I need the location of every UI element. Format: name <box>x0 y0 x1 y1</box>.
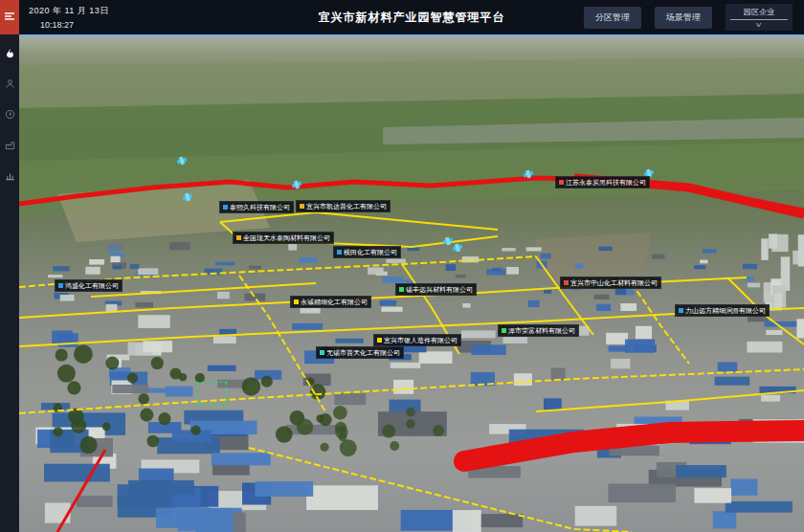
enterprise-marker-icon <box>58 283 63 288</box>
map-viewport[interactable]: 泰熙久科技有限公司宜兴市凯达普化工有限公司全国现天水泰陶材料有限公司横田化工有限… <box>19 36 804 532</box>
sidebar-item-chart[interactable] <box>0 163 19 188</box>
scene-manage-button[interactable]: 场景管理 <box>655 7 712 29</box>
sidebar-item-factory[interactable] <box>0 132 19 157</box>
enterprise-label[interactable]: 宜兴市中山化工材料有限公司 <box>560 277 661 289</box>
flame-icon <box>5 48 15 58</box>
enterprise-label-text: 宜兴市凯达普化工有限公司 <box>306 201 387 211</box>
map-marker[interactable] <box>443 237 454 246</box>
enterprise-marker-icon <box>236 235 241 240</box>
sidebar-item-fire[interactable] <box>0 40 19 65</box>
map-marker[interactable] <box>453 244 463 253</box>
enterprise-label[interactable]: 锡丰远兴材料有限公司 <box>395 283 477 296</box>
menu-button[interactable] <box>0 0 19 34</box>
chevron-down-icon: ∨ <box>755 21 763 29</box>
enterprise-marker-icon <box>294 299 299 304</box>
enterprise-marker-icon <box>559 180 564 185</box>
selection-box[interactable] <box>196 382 227 406</box>
datetime-panel: 2020 年 11 月 13日 10:18:27 <box>29 5 144 30</box>
enterprise-marker-icon <box>679 308 683 313</box>
enterprise-label[interactable]: 潭市荣富材料有限公司 <box>498 324 579 337</box>
hamburger-icon <box>4 12 15 22</box>
zone-manage-button[interactable]: 分区管理 <box>584 7 641 29</box>
sidebar-item-person[interactable] <box>0 71 19 96</box>
enterprise-label[interactable]: 全国现天水泰陶材料有限公司 <box>233 232 334 244</box>
enterprise-label[interactable]: 宜兴市银人造件有限公司 <box>373 334 461 346</box>
enterprise-label-text: 全国现天水泰陶材料有限公司 <box>243 233 330 243</box>
header-divider <box>19 34 804 36</box>
enterprise-label-text: 宜兴市银人造件有限公司 <box>384 335 458 345</box>
enterprise-marker-icon <box>300 204 304 209</box>
current-time: 10:18:27 <box>40 20 144 30</box>
enterprise-marker-icon <box>320 350 324 355</box>
enterprise-label[interactable]: 横田化工有限公司 <box>333 246 401 258</box>
enterprise-label-text: 横田化工有限公司 <box>344 247 397 257</box>
factory-icon <box>5 140 15 150</box>
header-actions: 分区管理 场景管理 园区企业 ∨ <box>584 4 793 31</box>
top-bar: 2020 年 11 月 13日 10:18:27 宜兴市新材料产业园智慧管理平台… <box>19 0 804 34</box>
enterprise-label[interactable]: 力山远方精细润滑有限公司 <box>675 304 770 317</box>
enterprise-label-text: 宜兴市中山化工材料有限公司 <box>570 277 658 288</box>
sidebar-item-power[interactable] <box>0 101 19 126</box>
enterprise-label[interactable]: 永诚精细化工有限公司 <box>290 296 371 308</box>
enterprise-label[interactable]: 泰熙久科技有限公司 <box>219 201 294 213</box>
enterprise-marker-icon <box>502 328 506 333</box>
left-toolbar <box>0 0 19 532</box>
park-enterprise-dropdown[interactable]: 园区企业 ∨ <box>726 4 793 31</box>
person-icon <box>5 78 15 89</box>
enterprise-marker-icon <box>223 205 228 210</box>
current-date: 2020 年 11 月 13日 <box>29 5 144 17</box>
enterprise-label-text: 潭市荣富材料有限公司 <box>508 325 575 336</box>
chart-icon <box>5 170 15 181</box>
dropdown-label: 园区企业 <box>730 7 788 20</box>
enterprise-label-text: 泰熙久科技有限公司 <box>230 202 290 212</box>
enterprise-label-text: 力山远方精细润滑有限公司 <box>685 305 766 316</box>
enterprise-label-text: 无锡市普天化工有限公司 <box>326 347 400 358</box>
enterprise-marker-icon <box>337 250 342 255</box>
enterprise-label-text: 永诚精细化工有限公司 <box>301 297 368 307</box>
smart-park-platform: { "app": { "title": "宜兴市新材料产业园智慧管理平台" },… <box>0 0 804 532</box>
enterprise-label[interactable]: 江苏永泰炭黑科技有限公司 <box>555 176 650 188</box>
enterprise-label-text: 锡丰远兴材料有限公司 <box>406 284 473 295</box>
enterprise-label-text: 江苏永泰炭黑科技有限公司 <box>566 177 646 188</box>
enterprise-label[interactable]: 无锡市普天化工有限公司 <box>316 346 404 359</box>
enterprise-marker-icon <box>399 287 404 292</box>
enterprise-marker-icon <box>564 280 569 285</box>
enterprise-label[interactable]: 鸿盛化工有限公司 <box>55 279 123 292</box>
enterprise-label-text: 鸿盛化工有限公司 <box>65 280 119 291</box>
power-icon <box>5 109 15 120</box>
enterprise-marker-icon <box>377 338 382 343</box>
enterprise-label[interactable]: 宜兴市凯达普化工有限公司 <box>296 200 391 212</box>
